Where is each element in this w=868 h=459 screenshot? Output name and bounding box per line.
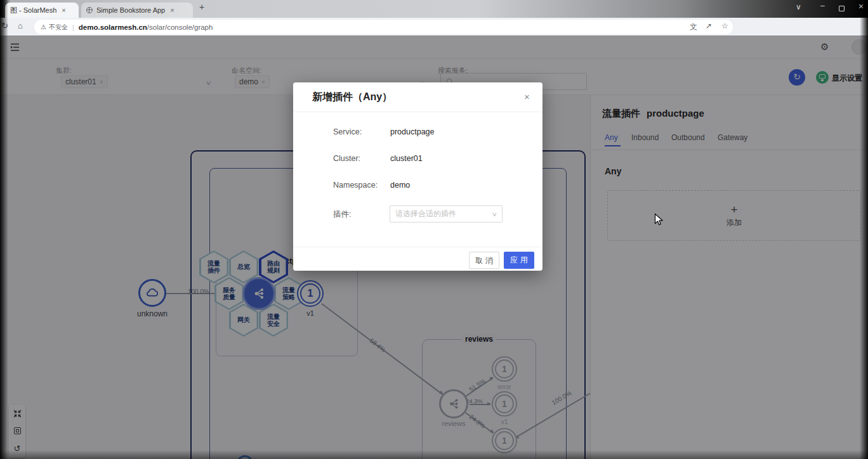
screen: 图 - SolarMesh × Simple Bookstore App × +…	[0, 0, 868, 459]
tab-close-icon[interactable]: ×	[170, 6, 174, 14]
tab-search-chevron-icon[interactable]: ∨	[796, 3, 801, 11]
modal-footer: 取 消 应 用	[293, 247, 542, 271]
chevron-down-icon: ∨	[492, 211, 497, 217]
tab-title: Simple Bookstore App	[96, 6, 165, 14]
url-path: /solar/console/graph	[147, 23, 213, 31]
warning-icon: ⚠	[41, 23, 46, 30]
namespace-field-label: Namespace:	[333, 181, 378, 190]
maximize-button[interactable]	[839, 6, 845, 11]
tab-title: 图 - SolarMesh	[10, 6, 56, 15]
browser-toolbar: ↻ ⌂ ⚠不安全 | demo.solarmesh.cn /solar/cons…	[0, 18, 868, 36]
address-bar[interactable]: ⚠不安全 | demo.solarmesh.cn /solar/console/…	[34, 20, 733, 34]
plugin-field-label: 插件:	[333, 209, 351, 220]
close-window-button[interactable]: ×	[858, 1, 864, 11]
share-icon[interactable]: ↗	[706, 22, 712, 30]
cluster-field-label: Cluster:	[333, 154, 360, 163]
minimize-button[interactable]: –	[820, 1, 825, 10]
globe-favicon-icon	[86, 7, 93, 13]
select-placeholder: 请选择合适的插件	[395, 209, 492, 219]
browser-tab-solarmesh[interactable]: 图 - SolarMesh ×	[5, 3, 79, 18]
cluster-field-value: cluster01	[390, 154, 423, 163]
new-tab-button[interactable]: +	[199, 2, 204, 12]
cancel-button[interactable]: 取 消	[469, 252, 499, 269]
reload-icon[interactable]: ↻	[1, 21, 8, 30]
translate-icon[interactable]: 文	[690, 22, 697, 32]
security-warning[interactable]: ⚠不安全	[41, 23, 68, 32]
apply-button[interactable]: 应 用	[504, 252, 534, 269]
bookmark-star-icon[interactable]: ☆	[721, 22, 728, 30]
plugin-select[interactable]: 请选择合适的插件 ∨	[390, 205, 503, 223]
service-field-value: productpage	[390, 127, 435, 136]
browser-tab-strip: 图 - SolarMesh × Simple Bookstore App × +…	[0, 0, 868, 18]
service-field-label: Service:	[333, 127, 362, 136]
add-plugin-modal: 新增插件（Any） × Service: productpage Cluster…	[293, 82, 542, 271]
browser-tab-bookstore[interactable]: Simple Bookstore App ×	[81, 3, 193, 18]
url-separator: |	[72, 23, 74, 31]
modal-header: 新增插件（Any） ×	[293, 82, 542, 112]
namespace-field-value: demo	[390, 181, 410, 190]
mouse-cursor	[654, 213, 664, 227]
tab-close-icon[interactable]: ×	[62, 6, 65, 14]
home-icon[interactable]: ⌂	[18, 21, 23, 30]
close-icon[interactable]: ×	[524, 91, 530, 102]
modal-title: 新增插件（Any）	[312, 91, 392, 104]
url-domain: demo.solarmesh.cn	[79, 23, 147, 31]
